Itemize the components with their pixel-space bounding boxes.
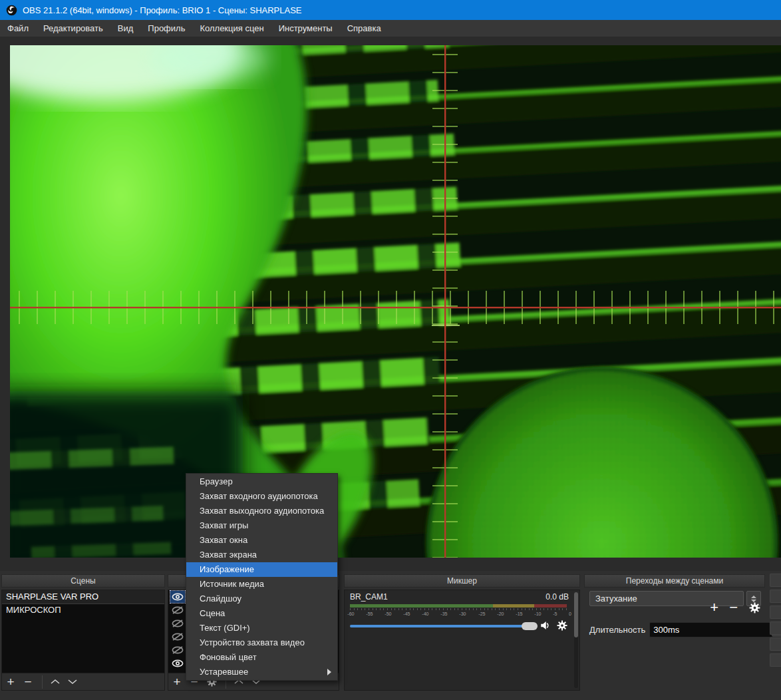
menu-edit[interactable]: Редактировать <box>36 20 110 37</box>
transition-gear-icon[interactable] <box>748 602 761 614</box>
mixer-scrollbar[interactable] <box>574 592 578 688</box>
cutoff-button[interactable] <box>770 574 781 587</box>
scene-item[interactable]: МИКРОСКОП <box>2 604 164 617</box>
volume-meter-ticks <box>350 608 567 610</box>
obs-window: OBS 21.1.2 (64bit, windows) - Профиль: B… <box>0 0 781 700</box>
speaker-icon[interactable] <box>540 619 551 634</box>
ctx-item-window-capture[interactable]: Захват окна <box>186 533 337 548</box>
add-scene-button[interactable]: + <box>2 674 19 690</box>
volume-slider[interactable] <box>350 625 538 627</box>
ctx-item-audio-input-capture[interactable]: Захват входного аудиопотока <box>186 489 337 504</box>
cutoff-button[interactable] <box>770 621 781 635</box>
ctx-item-image[interactable]: Изображение <box>186 562 337 577</box>
transitions-panel-header: Переходы между сценами <box>584 574 765 588</box>
submenu-arrow-icon <box>327 669 331 675</box>
scenes-panel-header: Сцены <box>1 574 165 588</box>
menu-view[interactable]: Вид <box>110 20 141 37</box>
add-transition-button[interactable]: + <box>710 601 718 614</box>
visibility-eye-off-icon[interactable] <box>170 617 185 629</box>
scenes-toolbar: + − <box>1 673 165 691</box>
visibility-eye-icon[interactable] <box>170 591 185 603</box>
ctx-item-text-gdi[interactable]: Текст (GDI+) <box>186 621 337 635</box>
add-source-context-menu: Браузер Захват входного аудиопотока Захв… <box>186 473 338 681</box>
menu-tools[interactable]: Инструменты <box>271 20 340 37</box>
dock-panels: Сцены SHARPLASE VAR PRO МИКРОСКОП + − <box>0 571 781 700</box>
duration-input[interactable] <box>650 624 772 635</box>
ctx-item-color-source[interactable]: Фоновый цвет <box>186 650 337 665</box>
mixer-gear-icon[interactable] <box>556 619 568 634</box>
volume-slider-handle[interactable] <box>522 622 538 630</box>
visibility-eye-icon[interactable] <box>170 657 185 669</box>
duration-label: Длительность <box>589 625 645 635</box>
duration-spinbox[interactable] <box>649 622 781 637</box>
remove-scene-button[interactable]: − <box>19 674 37 690</box>
ctx-item-deprecated-label: Устаревшее <box>200 667 248 677</box>
scene-move-up-button[interactable] <box>47 679 64 685</box>
menu-profile[interactable]: Профиль <box>140 20 192 37</box>
ctx-item-audio-output-capture[interactable]: Захват выходного аудиопотока <box>186 504 337 518</box>
controls-panel-cutoff <box>770 571 781 700</box>
cutoff-button[interactable] <box>770 653 781 667</box>
ctx-item-slideshow[interactable]: Слайдшоу <box>186 592 337 606</box>
mixer-body: BR_CAM1 0.0 dB -60-55-50 -45-40-35 -30-2… <box>344 590 580 691</box>
transitions-panel: Переходы между сценами Затухание + − <box>584 571 765 700</box>
cutoff-button[interactable] <box>770 637 781 651</box>
window-title: OBS 21.1.2 (64bit, windows) - Профиль: B… <box>23 5 302 15</box>
menu-help[interactable]: Справка <box>340 20 389 37</box>
video-preview[interactable] <box>10 45 781 558</box>
volume-scale: -60-55-50 -45-40-35 -30-25-20 -15-10-5 0 <box>347 611 571 617</box>
add-source-button[interactable]: + <box>168 674 186 690</box>
cutoff-button[interactable] <box>770 590 781 603</box>
volume-meter <box>350 604 567 608</box>
ctx-item-display-capture[interactable]: Захват экрана <box>186 548 337 562</box>
mixer-panel: Микшер BR_CAM1 0.0 dB -60-55-50 -45-40-3… <box>344 571 580 700</box>
scene-move-down-button[interactable] <box>64 679 81 685</box>
spinner-up-icon <box>751 596 756 598</box>
ctx-item-scene[interactable]: Сцена <box>186 606 337 621</box>
ctx-item-video-capture-device[interactable]: Устройство захвата видео <box>186 635 337 650</box>
scenes-list[interactable]: SHARPLASE VAR PRO МИКРОСКОП <box>1 590 165 673</box>
menu-scene-collection[interactable]: Коллекция сцен <box>192 20 271 37</box>
preview-area <box>0 37 781 571</box>
title-bar: OBS 21.1.2 (64bit, windows) - Профиль: B… <box>0 0 781 20</box>
mixer-level-value: 0.0 dB <box>546 592 569 602</box>
menu-bar: Файл Редактировать Вид Профиль Коллекция… <box>0 20 781 37</box>
scenes-panel: Сцены SHARPLASE VAR PRO МИКРОСКОП + − <box>1 571 165 700</box>
obs-logo-icon <box>6 5 17 16</box>
mixer-panel-header: Микшер <box>344 574 580 588</box>
microscope-image <box>10 45 781 558</box>
volume-slider-fill <box>350 625 524 627</box>
ctx-item-media-source[interactable]: Источник медиа <box>186 577 337 592</box>
menu-file[interactable]: Файл <box>0 20 36 37</box>
mixer-source-name: BR_CAM1 <box>350 592 388 602</box>
visibility-eye-off-icon[interactable] <box>170 631 185 643</box>
transition-buttons: + − <box>589 601 761 614</box>
scene-reorder-group <box>42 675 81 689</box>
mixer-scrollbar-thumb[interactable] <box>574 592 578 637</box>
cutoff-button[interactable] <box>770 606 781 619</box>
visibility-eye-off-icon[interactable] <box>170 604 185 616</box>
ctx-item-browser[interactable]: Браузер <box>186 474 337 489</box>
ctx-item-game-capture[interactable]: Захват игры <box>186 518 337 533</box>
visibility-eye-off-icon[interactable] <box>170 644 185 656</box>
remove-transition-button[interactable]: − <box>729 601 738 614</box>
scene-item-selected[interactable]: SHARPLASE VAR PRO <box>2 590 164 604</box>
ctx-item-deprecated[interactable]: Устаревшее <box>186 665 337 679</box>
